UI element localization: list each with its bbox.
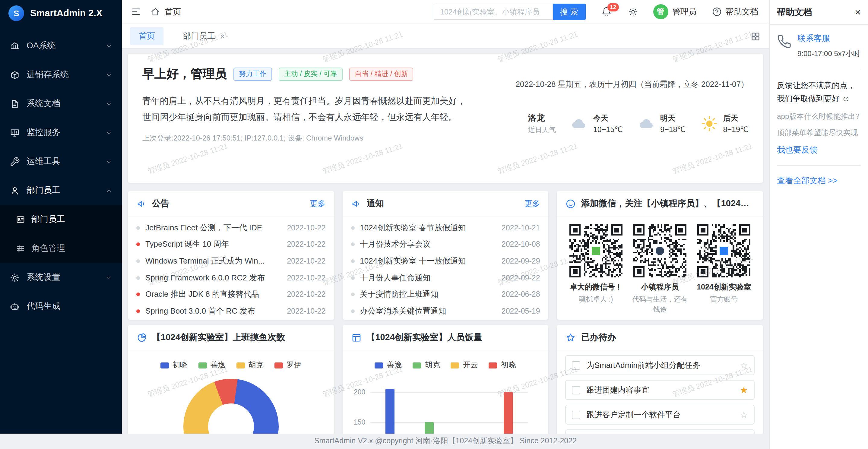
contact-support-link[interactable]: 联系客服 [798, 33, 830, 44]
legend-swatch [451, 362, 459, 368]
notification-bell-icon[interactable]: 12 [601, 6, 612, 17]
smiley-icon [565, 198, 576, 209]
cloud-icon [637, 115, 655, 133]
announcement-more-link[interactable]: 更多 [304, 198, 326, 209]
bullet-dot [136, 243, 140, 246]
checkbox[interactable] [572, 386, 581, 394]
legend-item[interactable]: 初晓 [489, 360, 516, 370]
help-doc-entry[interactable]: 帮助文档 [711, 6, 758, 17]
weather-day-label: 明天 [660, 114, 685, 124]
announcement-item[interactable]: JetBrains Fleet 公测，下一代 IDE2022-10-22 [136, 220, 326, 236]
table-list-icon [351, 332, 362, 343]
weather-subtitle: 近日天气 [528, 125, 556, 134]
document-icon [10, 99, 20, 109]
sidebar-item-system-docs[interactable]: 系统文档 [0, 89, 122, 118]
legend-item[interactable]: 初晓 [160, 360, 188, 370]
notice-item[interactable]: 关于疫情防控上班通知2022-06-28 [351, 286, 540, 303]
home-icon[interactable] [150, 6, 160, 17]
todo-item-clipped[interactable] [565, 429, 754, 433]
legend-item[interactable]: 罗伊 [275, 360, 302, 370]
legend-item[interactable]: 开云 [451, 360, 478, 370]
qr-code-image [633, 224, 686, 278]
settings-gear-icon[interactable] [628, 6, 639, 17]
tabbar: 首页 部门员工 × [122, 24, 769, 49]
notice-item[interactable]: 1024创新实验室 春节放假通知2022-10-21 [351, 220, 540, 236]
qr-name: 1024创新实验室 [694, 282, 753, 292]
notification-badge: 12 [607, 2, 619, 12]
star-filled-icon[interactable]: ★ [740, 385, 748, 394]
close-icon[interactable]: × [855, 7, 861, 17]
sidebar-item-label: 代码生成 [27, 301, 112, 312]
person-icon [10, 186, 20, 196]
tab-dept-staff[interactable]: 部门员工 × [174, 27, 233, 45]
menu-fold-icon[interactable] [130, 6, 141, 17]
star-outline-icon[interactable]: ☆ [740, 410, 748, 419]
fish-chart-legend: 初晓善逸胡克罗伊 [128, 360, 334, 370]
sidebar-item-monitor-service[interactable]: 监控服务 [0, 118, 122, 147]
grid-layout-icon[interactable] [750, 31, 761, 42]
tag-hard-work: 努力工作 [234, 67, 272, 81]
bullet-dot [136, 259, 140, 263]
todo-item[interactable]: 跟进客户定制一个软件平台 ☆ [565, 405, 754, 424]
weather-day-temp: 9~18℃ [660, 125, 685, 134]
user-menu[interactable]: 管 管理员 [653, 4, 697, 19]
legend-item[interactable]: 善逸 [198, 360, 226, 370]
legend-swatch [275, 362, 283, 368]
qr-item-zhuoda[interactable]: 卓大的微信号！ 骚扰卓大 :) [567, 224, 625, 315]
legend-item[interactable]: 胡克 [413, 360, 440, 370]
y-tick-label: 150 [347, 419, 365, 426]
sidebar-item-label: 系统文档 [27, 98, 105, 109]
tab-home[interactable]: 首页 [130, 27, 163, 45]
sidebar-item-system-settings[interactable]: 系统设置 [0, 263, 122, 292]
all-docs-link[interactable]: 查看全部文档 >> [777, 175, 838, 186]
qr-item-1024-lab[interactable]: 1024创新实验室 官方账号 [694, 224, 753, 315]
legend-label: 胡克 [249, 360, 264, 370]
announcement-text: TypeScript 诞生 10 周年 [145, 239, 281, 250]
announcement-item[interactable]: Spring Boot 3.0.0 首个 RC 发布2022-10-22 [136, 303, 326, 319]
notice-item[interactable]: 十月份人事任命通知2022-09-22 [351, 269, 540, 286]
sidebar-subitem-dept-staff[interactable]: 部门员工 [0, 205, 122, 234]
checkbox[interactable] [572, 361, 581, 370]
announcement-date: 2022-10-22 [287, 240, 326, 249]
notice-text: 1024创新实验室 十一放假通知 [360, 256, 495, 266]
qr-item-town-programmer[interactable]: 小镇程序员 代码与生活，还有钱途 [631, 224, 689, 315]
sidebar-item-code-generator[interactable]: 代码生成 [0, 292, 122, 321]
sidebar-item-label: 进销存系统 [27, 69, 105, 80]
notice-date: 2022-09-22 [501, 274, 540, 282]
legend-label: 初晓 [501, 360, 516, 370]
star-outline-icon[interactable]: ☆ [740, 361, 748, 370]
legend-label: 罗伊 [286, 360, 302, 370]
announcement-item[interactable]: Windows Terminal 正式成为 Win...2022-10-22 [136, 253, 326, 269]
sidebar-item-ops-tools[interactable]: 运维工具 [0, 147, 122, 176]
notice-item[interactable]: 办公室消杀关键位置通知2022-05-19 [351, 303, 540, 319]
notice-text: 1024创新实验室 春节放假通知 [360, 223, 495, 233]
weather-strip: 洛龙 近日天气 今天10~15℃ 明天9~18℃ [528, 113, 749, 134]
app-logo[interactable]: S SmartAdmin 2.X [0, 0, 122, 27]
announcement-card: 公告 更多 JetBrains Fleet 公测，下一代 IDE2022-10-… [128, 191, 334, 320]
give-feedback-link[interactable]: 我也要反馈 [777, 145, 818, 156]
announcement-item[interactable]: Oracle 推出 JDK 8 的直接替代品2022-10-22 [136, 286, 326, 303]
sidebar-item-inventory-system[interactable]: 进销存系统 [0, 60, 122, 89]
bullet-dot [351, 276, 354, 280]
y-tick-label: 200 [347, 388, 365, 396]
close-icon[interactable]: × [220, 32, 225, 40]
notice-item[interactable]: 1024创新实验室 十一放假通知2022-09-29 [351, 253, 540, 269]
legend-swatch [198, 362, 207, 368]
todo-item[interactable]: 跟进团建内容事宜 ★ [565, 380, 754, 400]
sidebar-subitem-role-management[interactable]: 角色管理 [0, 234, 122, 263]
announcement-item[interactable]: Spring Framework 6.0.0 RC2 发布2022-10-22 [136, 269, 326, 286]
todo-item[interactable]: 为SmartAdmin前端小组分配任务 ☆ [565, 355, 754, 375]
announcement-item[interactable]: TypeScript 诞生 10 周年2022-10-22 [136, 236, 326, 253]
card-title: 通知 [367, 198, 384, 209]
search-input[interactable] [433, 4, 553, 20]
notice-item[interactable]: 十月份技术分享会议2022-10-08 [351, 236, 540, 253]
sidebar-item-dept-staff[interactable]: 部门员工 [0, 176, 122, 205]
notice-more-link[interactable]: 更多 [519, 198, 540, 209]
search-button[interactable]: 搜 索 [553, 4, 585, 20]
weather-day-label: 后天 [723, 114, 749, 124]
checkbox[interactable] [572, 410, 581, 419]
legend-item[interactable]: 善逸 [375, 360, 402, 370]
legend-item[interactable]: 胡克 [237, 360, 264, 370]
notice-date: 2022-10-21 [501, 224, 540, 232]
sidebar-item-oa-system[interactable]: OA系统 [0, 31, 122, 60]
